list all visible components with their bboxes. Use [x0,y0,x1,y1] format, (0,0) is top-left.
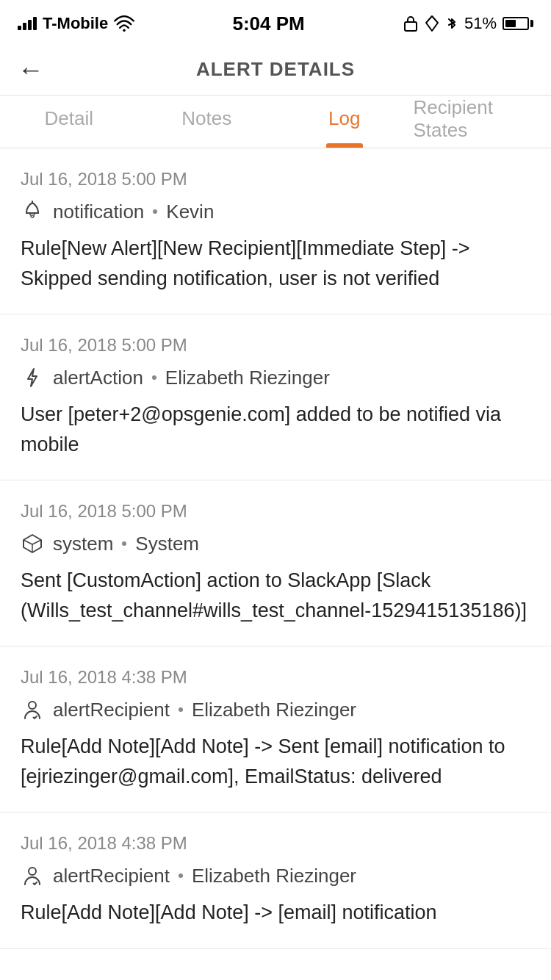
log-message: Sent [CustomAction] action to SlackApp [… [21,566,530,625]
svg-rect-1 [405,22,417,31]
back-button[interactable]: ← [18,54,44,85]
log-timestamp: Jul 16, 2018 4:38 PM [21,833,530,854]
log-dot [122,541,126,546]
log-meta: system System [21,532,530,555]
tab-detail[interactable]: Detail [0,96,138,148]
svg-point-10 [29,868,36,875]
log-message: Rule[New Alert][New Recipient][Immediate… [21,234,530,293]
battery-icon [503,17,533,30]
log-timestamp: Jul 16, 2018 4:38 PM [21,667,530,688]
log-type: alertAction [53,367,143,389]
log-type: alertRecipient [53,699,170,721]
lock-icon [403,15,419,32]
log-author: Elizabeth Riezinger [192,865,356,887]
log-dot [153,209,157,214]
svg-point-0 [123,29,126,32]
log-entry: Jul 16, 2018 4:38 PM alertRecipient Eliz… [0,813,551,949]
svg-marker-4 [28,369,37,386]
battery-percent: 51% [464,14,497,33]
page-title: ALERT DETAILS [196,58,355,81]
svg-point-9 [29,702,36,709]
bolt-icon [21,366,44,389]
svg-line-7 [24,540,32,544]
cube-icon [21,532,44,555]
log-dot [179,873,183,878]
log-meta: alertRecipient Elizabeth Riezinger [21,698,530,721]
tab-detail-label: Detail [45,107,93,130]
person-icon [21,698,44,721]
log-author: Kevin [166,201,214,223]
bell-icon [21,200,44,223]
log-meta: alertAction Elizabeth Riezinger [21,366,530,389]
tab-active-indicator [326,143,363,148]
tab-notes-label: Notes [181,107,231,130]
carrier-label: T-Mobile [43,14,108,33]
log-meta: alertRecipient Elizabeth Riezinger [21,864,530,887]
status-bar: T-Mobile 5:04 PM 51% [0,0,551,44]
log-timestamp: Jul 16, 2018 5:00 PM [21,501,530,522]
tab-log-label: Log [328,107,360,130]
bluetooth-icon [445,15,458,32]
log-author: Elizabeth Riezinger [192,699,356,721]
tab-bar: Detail Notes Log Recipient States [0,96,551,148]
log-timestamp: Jul 16, 2018 5:00 PM [21,169,530,190]
log-author: Elizabeth Riezinger [165,367,330,389]
log-message: Rule[Add Note][Add Note] -> Sent [email]… [21,732,530,791]
log-entry: Jul 16, 2018 5:00 PM alertAction Elizabe… [0,314,551,480]
tab-log[interactable]: Log [276,96,414,148]
nav-bar: ← ALERT DETAILS [0,44,551,96]
tab-recipient-states[interactable]: Recipient States [414,96,552,148]
person-icon [21,864,44,887]
log-entry: Jul 16, 2018 4:38 PM alertRecipient Eliz… [0,646,551,813]
signal-icon [18,17,37,30]
log-type: notification [53,201,144,223]
log-author: System [135,533,199,555]
svg-rect-2 [30,213,35,215]
log-type: system [53,533,113,555]
status-right: 51% [403,14,533,33]
log-dot [179,707,183,712]
log-message: User [peter+2@opsgenie.com] added to be … [21,400,530,459]
time-display: 5:04 PM [232,12,304,35]
wifi-icon [114,15,134,32]
svg-line-8 [32,540,41,544]
log-list: Jul 16, 2018 5:00 PM notification Kevin … [0,148,551,949]
tab-notes[interactable]: Notes [138,96,276,148]
location-icon [425,15,439,32]
log-timestamp: Jul 16, 2018 5:00 PM [21,335,530,356]
log-type: alertRecipient [53,865,170,887]
log-meta: notification Kevin [21,200,530,223]
status-left: T-Mobile [18,14,134,33]
log-message: Rule[Add Note][Add Note] -> [email] noti… [21,898,530,928]
log-entry: Jul 16, 2018 5:00 PM system System Sent … [0,480,551,646]
tab-recipient-states-label: Recipient States [414,96,552,142]
log-dot [152,375,156,380]
log-entry: Jul 16, 2018 5:00 PM notification Kevin … [0,148,551,314]
